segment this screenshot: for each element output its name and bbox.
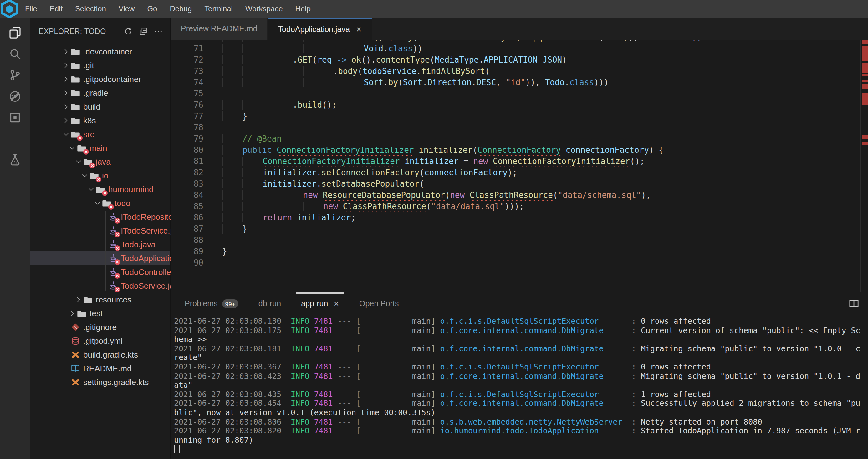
line-number: 76 [171, 99, 213, 111]
menu-selection[interactable]: Selection [69, 4, 112, 13]
code-line-81: 81 ConnectionFactoryInitializer initiali… [171, 156, 868, 167]
chevron-right-icon[interactable] [74, 295, 83, 304]
java-file-icon: ✕ [107, 239, 118, 249]
split-panel-icon[interactable] [848, 298, 859, 311]
chevron-right-icon[interactable] [68, 309, 76, 317]
tree-item-k8s[interactable]: k8s [30, 113, 170, 127]
collapse-all-icon[interactable] [138, 26, 149, 37]
tree-item-itodorepository-java[interactable]: ✕ITodoRepository.java [30, 210, 170, 224]
folder-icon: ✕ [101, 198, 112, 208]
error-badge: ✕ [115, 273, 120, 279]
chevron-right-icon[interactable] [61, 102, 70, 111]
tree-item-label: test [90, 308, 103, 318]
more-actions-icon[interactable] [153, 26, 164, 37]
menu-view[interactable]: View [112, 4, 141, 13]
tree-item-build-gradle-kts[interactable]: build.gradle.kts [30, 347, 170, 361]
tree-item-test[interactable]: test [30, 306, 170, 320]
tree-item-todoservice-java[interactable]: ✕TodoService.java [30, 279, 170, 292]
chevron-right-icon[interactable] [61, 47, 70, 56]
tree-item-label: build [83, 102, 100, 111]
tree-item-main[interactable]: ✕main [30, 141, 170, 155]
tree-item--gitpodcontainer[interactable]: .gitpodcontainer [30, 72, 170, 86]
activity-bar [0, 18, 30, 459]
menu-help[interactable]: Help [289, 4, 317, 13]
line-number: 83 [171, 178, 213, 190]
tree-item-todoapplication-java[interactable]: ✕TodoApplication.java [30, 251, 170, 265]
close-tab-icon[interactable]: ✕ [334, 300, 339, 308]
chevron-right-icon[interactable] [61, 61, 70, 69]
tree-item-todo[interactable]: ✕todo [30, 196, 170, 210]
tree-item-label: k8s [83, 116, 96, 125]
search-icon[interactable] [0, 43, 30, 64]
line-number: 86 [171, 212, 213, 224]
chevron-down-icon[interactable] [61, 130, 70, 138]
chevron-spacer [61, 350, 70, 359]
chevron-spacer [61, 378, 70, 386]
terminal-output[interactable]: 2021-06-27 02:03:08.130 INFO 7481 --- [ … [171, 315, 868, 459]
flask-icon[interactable] [0, 149, 30, 170]
tree-item-humourmind[interactable]: ✕humourmind [30, 182, 170, 196]
tree-item-build[interactable]: build [30, 99, 170, 113]
chevron-down-icon[interactable] [68, 143, 76, 152]
tree-item--devcontainer[interactable]: .devcontainer [30, 45, 170, 58]
menubar-items: FileEditSelectionViewGoDebugTerminalWork… [19, 4, 317, 13]
kotlin-file-icon [70, 377, 80, 387]
panel-tab-db-run[interactable]: db-run [248, 292, 291, 315]
panel-tab-problems[interactable]: Problems99+ [175, 292, 248, 315]
tree-item--gitignore[interactable]: .gitignore [30, 320, 170, 334]
tree-item-io[interactable]: ✕io [30, 168, 170, 182]
tree-item--gitpod-yml[interactable]: .gitpod.yml [30, 334, 170, 347]
tree-indent-guide [105, 211, 106, 291]
code-line-73: 73 .body(todoService.findAllBySort( [171, 66, 868, 77]
explorer-sidebar: EXPLORER: TODO .devcontainer.git.gitpodc… [30, 18, 171, 459]
editor-tab-preview-readme-md[interactable]: Preview README.md [171, 18, 268, 40]
debug-icon[interactable] [0, 86, 30, 107]
menu-workspace[interactable]: Workspace [239, 4, 289, 13]
refresh-icon[interactable] [123, 26, 134, 37]
menu-edit[interactable]: Edit [43, 4, 69, 13]
chevron-right-icon[interactable] [61, 116, 70, 124]
tree-item-todocontroller-java[interactable]: ✕TodoController.java [30, 265, 170, 279]
terminal-line: 2021-06-27 02:03:08.181 INFO 7481 --- [ … [174, 344, 868, 353]
panel-tab-open-ports[interactable]: Open Ports [349, 292, 409, 315]
chevron-down-icon[interactable] [74, 157, 83, 166]
editor-tab-todoapplication-java[interactable]: TodoApplication.java✕ [268, 18, 372, 40]
gitpod-logo-icon[interactable] [0, 0, 19, 18]
tree-item-readme-md[interactable]: README.md [30, 361, 170, 375]
menu-file[interactable]: File [19, 4, 43, 13]
files-icon[interactable] [0, 22, 30, 43]
menubar: FileEditSelectionViewGoDebugTerminalWork… [0, 0, 868, 18]
chevron-down-icon[interactable] [80, 171, 89, 180]
chevron-spacer [99, 240, 107, 249]
tree-item--git[interactable]: .git [30, 58, 170, 72]
chevron-right-icon[interactable] [61, 75, 70, 83]
tree-item-label: java [96, 157, 111, 166]
code-editor[interactable]: 70 ok().(body(todoService.findById(req.p… [171, 40, 868, 292]
chevron-down-icon[interactable] [86, 185, 95, 194]
menu-terminal[interactable]: Terminal [198, 4, 239, 13]
tree-item-todo-java[interactable]: ✕Todo.java [30, 237, 170, 251]
code-line-78: 78 [171, 122, 868, 133]
terminal-line: 2021-06-27 02:03:08.367 INFO 7481 --- [ … [174, 363, 868, 372]
close-tab-icon[interactable]: ✕ [356, 25, 362, 33]
tree-item--gradle[interactable]: .gradle [30, 86, 170, 99]
tree-item-resources[interactable]: resources [30, 292, 170, 306]
code-line-71: 71 Void.class)) [171, 43, 868, 55]
workbench: EXPLORER: TODO .devcontainer.git.gitpodc… [0, 18, 868, 459]
source-control-icon[interactable] [0, 64, 30, 86]
panel-tab-app-run[interactable]: app-run✕ [291, 292, 349, 315]
tree-item-label: .gitignore [83, 322, 117, 332]
plugins-icon[interactable] [0, 107, 30, 128]
tree-item-java[interactable]: ✕java [30, 155, 170, 168]
tree-item-label: .devcontainer [83, 47, 132, 56]
menu-debug[interactable]: Debug [163, 4, 198, 13]
code-line-86: 86 return initializer; [171, 212, 868, 224]
tree-item-settings-gradle-kts[interactable]: settings.gradle.kts [30, 375, 170, 389]
chevron-down-icon[interactable] [93, 199, 101, 207]
tree-item-label: Todo.java [121, 239, 156, 249]
code-line-83: 83 initializer.setDatabasePopulator( [171, 178, 868, 190]
chevron-right-icon[interactable] [61, 88, 70, 97]
menu-go[interactable]: Go [141, 4, 163, 13]
tree-item-itodoservice-java[interactable]: ✕ITodoService.java [30, 224, 170, 237]
tree-item-src[interactable]: ✕src [30, 127, 170, 141]
